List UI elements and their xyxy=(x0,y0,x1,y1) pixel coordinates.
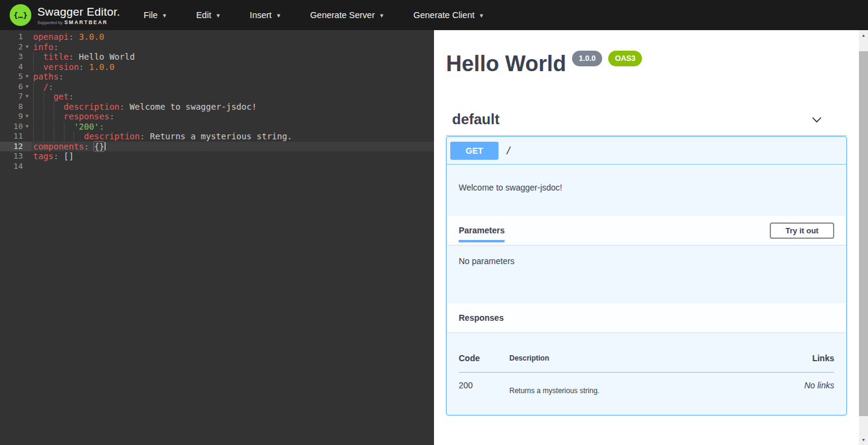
tab-parameters[interactable]: Parameters xyxy=(459,226,505,242)
indent-guide xyxy=(43,112,54,122)
menu-edit[interactable]: Edit▼ xyxy=(187,5,230,25)
caret-down-icon: ▼ xyxy=(215,13,221,19)
operation-summary[interactable]: GET / xyxy=(447,137,846,165)
indent-guide xyxy=(43,92,54,102)
line-number: 7 xyxy=(0,92,23,102)
indent-guide xyxy=(33,122,43,132)
caret-down-icon: ▼ xyxy=(162,13,168,19)
parameters-section-header: Parameters Try it out xyxy=(447,216,846,245)
caret-down-icon: ▼ xyxy=(479,13,484,19)
indent-guide xyxy=(43,122,54,132)
scroll-down-arrow-icon[interactable]: ▼ xyxy=(859,435,868,445)
get-method-badge[interactable]: GET xyxy=(450,142,498,160)
token-punc: : xyxy=(99,122,104,131)
token-punc: : xyxy=(109,112,114,121)
oas3-badge: OAS3 xyxy=(608,51,642,66)
fold-spacer xyxy=(23,32,31,42)
token-key: get xyxy=(54,92,69,101)
line-number: 10 xyxy=(0,122,23,132)
yaml-editor[interactable]: 1openapi: 3.0.02▼info:3 title: Hello Wor… xyxy=(0,30,434,445)
api-info: Hello World 1.0.0 OAS3 xyxy=(446,30,847,75)
fold-spacer xyxy=(23,162,31,172)
logo-braces-glyph: {…} xyxy=(13,11,27,20)
editor-line-3[interactable]: 3 title: Hello World xyxy=(0,52,434,62)
col-header-description: Description xyxy=(509,341,750,373)
token-brkt: {} xyxy=(94,142,104,151)
editor-line-14[interactable]: 14 xyxy=(0,162,434,172)
line-number: 12 xyxy=(0,142,23,152)
token-key: info xyxy=(33,42,54,52)
token-punc: : xyxy=(69,52,79,62)
editor-line-5[interactable]: 5▼paths: xyxy=(0,72,434,82)
scroll-up-arrow-icon[interactable]: ▲ xyxy=(859,30,868,40)
response-links: No links xyxy=(750,373,834,396)
line-number: 3 xyxy=(0,52,23,62)
code-content: tags: [] xyxy=(31,151,74,162)
operation-description: Welcome to swagger-jsdoc! xyxy=(447,165,846,216)
editor-gutter: 2▼ xyxy=(0,42,31,52)
token-key: description xyxy=(64,102,120,112)
text-cursor xyxy=(104,142,105,150)
tag-name: default xyxy=(452,111,500,128)
token-punc: : xyxy=(69,92,74,101)
editor-line-7[interactable]: 7▼ get: xyxy=(0,92,434,102)
supported-by-label: Supported by xyxy=(37,21,63,25)
code-content: '200': xyxy=(31,122,104,132)
line-number: 8 xyxy=(0,102,23,112)
chevron-down-icon[interactable] xyxy=(811,113,823,125)
menu-generate-client[interactable]: Generate Client▼ xyxy=(404,5,493,25)
responses-body: Code Description Links 200 Returns a mys… xyxy=(447,332,846,415)
token-txt: Welcome to swagger-jsdoc! xyxy=(130,102,257,112)
editor-line-1[interactable]: 1openapi: 3.0.0 xyxy=(0,32,434,42)
indent-guide xyxy=(33,131,43,142)
menu-insert[interactable]: Insert▼ xyxy=(241,5,290,25)
brand-text: Swagger Editor. Supported bySMARTBEAR xyxy=(37,5,120,25)
tag-section-default[interactable]: default xyxy=(446,111,847,136)
code-content: description: Welcome to swagger-jsdoc! xyxy=(31,102,257,112)
try-it-out-button[interactable]: Try it out xyxy=(770,222,834,239)
line-number: 4 xyxy=(0,62,23,72)
fold-spacer xyxy=(23,151,31,162)
editor-line-12[interactable]: 12components: {} xyxy=(0,142,434,152)
api-title-row: Hello World 1.0.0 OAS3 xyxy=(446,53,847,75)
fold-arrow-icon[interactable]: ▼ xyxy=(23,92,31,102)
token-punc: : xyxy=(48,82,53,92)
editor-line-2[interactable]: 2▼info: xyxy=(0,42,434,52)
brand-link[interactable]: {…} Swagger Editor. Supported bySMARTBEA… xyxy=(10,4,120,26)
response-row-200: 200 Returns a mysterious string. No link… xyxy=(459,373,834,396)
token-punc: : xyxy=(69,32,79,42)
menu-generate-server[interactable]: Generate Server▼ xyxy=(301,5,394,25)
line-number: 11 xyxy=(0,131,23,142)
line-number: 6 xyxy=(0,82,23,92)
preview-scrollbar[interactable]: ▲ ▼ xyxy=(859,30,868,445)
editor-gutter: 14 xyxy=(0,162,31,172)
indent-guide xyxy=(33,82,43,92)
code-content: title: Hello World xyxy=(31,52,135,62)
line-number: 1 xyxy=(0,32,23,42)
scrollbar-thumb[interactable] xyxy=(859,51,868,416)
editor-line-6[interactable]: 6▼ /: xyxy=(0,82,434,92)
editor-line-9[interactable]: 9▼ responses: xyxy=(0,112,434,122)
fold-arrow-icon[interactable]: ▼ xyxy=(23,82,31,92)
line-number: 14 xyxy=(0,162,23,172)
fold-arrow-icon[interactable]: ▼ xyxy=(23,42,31,52)
line-number: 13 xyxy=(0,151,23,162)
swagger-ui-preview: Hello World 1.0.0 OAS3 default GET / Wel… xyxy=(434,30,859,445)
editor-line-13[interactable]: 13tags: [] xyxy=(0,151,434,162)
fold-spacer xyxy=(23,102,31,112)
menu-generate-server-label: Generate Server xyxy=(310,10,375,20)
no-parameters-text: No parameters xyxy=(459,256,834,266)
editor-line-11[interactable]: 11 description: Returns a mysterious str… xyxy=(0,131,434,142)
editor-gutter: 9▼ xyxy=(0,112,31,122)
fold-arrow-icon[interactable]: ▼ xyxy=(23,112,31,122)
editor-line-10[interactable]: 10▼ '200': xyxy=(0,122,434,132)
editor-line-8[interactable]: 8 description: Welcome to swagger-jsdoc! xyxy=(0,102,434,112)
menu-file[interactable]: File▼ xyxy=(134,5,176,25)
code-content: description: Returns a mysterious string… xyxy=(31,131,292,142)
fold-arrow-icon[interactable]: ▼ xyxy=(23,122,31,132)
fold-spacer xyxy=(23,142,31,152)
fold-arrow-icon[interactable]: ▼ xyxy=(23,72,31,82)
line-number: 9 xyxy=(0,112,23,122)
token-punc: : xyxy=(79,62,89,72)
editor-line-4[interactable]: 4 version: 1.0.0 xyxy=(0,62,434,72)
